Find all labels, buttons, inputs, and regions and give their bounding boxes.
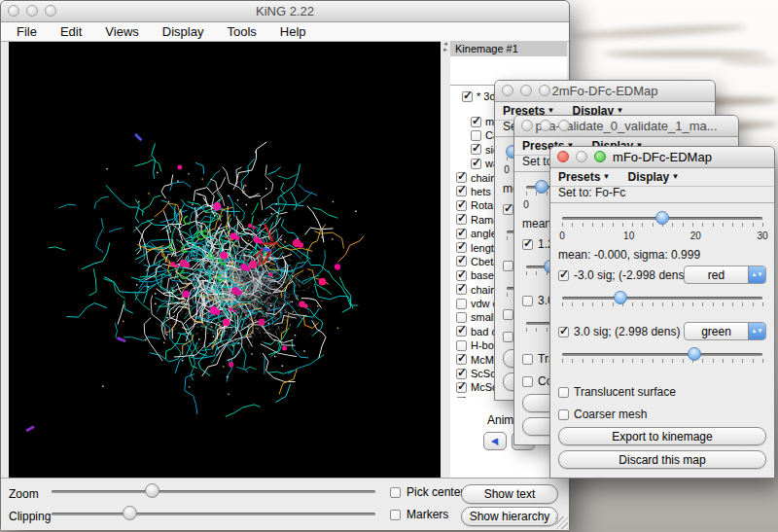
menu-display[interactable]: Display [151,22,216,41]
group-checkbox[interactable] [456,354,467,365]
main-titlebar[interactable]: KiNG 2.22 [1,1,569,22]
clipping-slider-track [52,513,375,515]
group-checkbox[interactable] [462,91,473,102]
close-button[interactable] [8,5,19,17]
edmap-window-mfo-dfc-edmap: mFo-DFc-EDMapPresets ▼Display ▼Set to: F… [549,146,775,479]
close-button[interactable] [502,85,513,96]
group-checkbox[interactable] [456,270,467,281]
toggle-checkbox[interactable] [558,387,569,398]
show-hierarchy-button[interactable]: Show hierarchy [461,507,558,526]
group-checkbox[interactable] [456,340,467,351]
level-1-slider[interactable] [562,291,762,306]
edmap-titlebar[interactable]: 2mFo-DFc-EDMap [495,81,715,102]
level-label: 3.0 sig; (2.998 dens) [574,325,680,338]
traffic-lights [502,85,550,96]
menu-help[interactable]: Help [268,22,318,41]
level-checkbox[interactable] [503,261,513,271]
mean-value: mean: -0.000, sigma: 0.999 [558,248,700,262]
traffic-lights [521,120,570,131]
menu-presets[interactable]: Presets ▼ [558,170,611,184]
molecule-canvas[interactable] [9,42,441,478]
pick-center-label: Pick center [407,485,464,499]
tick-label: 30 [757,231,767,241]
menu-edit[interactable]: Edit [49,22,93,41]
minimize-button[interactable] [576,151,587,162]
discard-this-map-button[interactable]: Discard this map [558,450,766,469]
menu-views[interactable]: Views [93,22,150,41]
toggle-coarser-mesh[interactable]: Coarser mesh [558,408,766,421]
level-checkbox[interactable] [558,270,569,281]
minimize-button[interactable] [520,85,532,96]
color-dropdown[interactable]: green▲▼ [684,322,766,340]
minimize-button[interactable] [26,5,38,17]
menu-file[interactable]: File [5,22,49,41]
zoom-window-button[interactable] [539,85,550,96]
zoom-slider[interactable] [52,483,375,499]
pick-center-checkbox[interactable] [390,487,401,498]
zoom-slider-track [52,490,375,493]
group-checkbox[interactable] [456,369,467,379]
toggle-checkbox[interactable] [503,332,513,342]
close-button[interactable] [521,120,533,131]
level-checkbox[interactable] [558,327,569,337]
kinemage-list-item[interactable]: Kinemage #1 [450,41,567,56]
slider-track [562,297,762,300]
menu-label: Display [628,170,670,184]
export-to-kinemage-button[interactable]: Export to kinemage [558,427,766,445]
level-checkbox[interactable] [522,296,533,306]
group-checkbox[interactable] [471,159,481,169]
group-label: hets [471,186,491,197]
group-checkbox[interactable] [456,382,467,393]
toggle-checkbox[interactable] [558,409,569,420]
group-checkbox[interactable] [471,130,481,141]
zoom-window-button[interactable] [594,151,606,162]
dropdown-stepper-icon: ▲▼ [748,323,765,339]
edmap-titlebar[interactable]: mFo-DFc-EDMap [550,147,774,168]
group-checkbox[interactable] [456,397,467,398]
level-checkbox[interactable] [503,204,513,215]
level-checkbox[interactable] [522,239,533,250]
separator [550,202,774,203]
group-checkbox[interactable] [456,312,467,323]
toggle-checkbox[interactable] [522,376,533,387]
group-checkbox[interactable] [456,284,467,295]
group-checkbox[interactable] [456,200,467,211]
minimize-button[interactable] [540,120,551,131]
toggle-checkbox[interactable] [522,354,533,365]
zoom-window-button[interactable] [45,5,56,17]
markers-checkbox[interactable] [390,510,401,520]
group-checkbox[interactable] [456,299,467,309]
level-2-slider[interactable] [562,347,762,363]
menu-label: Presets [558,170,600,184]
resize-grip[interactable] [555,516,568,529]
show-text-button[interactable]: Show text [461,484,558,504]
slider-tick-labels: 0102030 [562,231,762,240]
menu-display[interactable]: Display ▼ [628,170,680,184]
clipping-slider-thumb[interactable] [123,506,137,520]
close-button[interactable] [557,151,569,162]
group-checkbox[interactable] [456,242,467,253]
clipping-slider[interactable] [52,506,375,521]
group-checkbox[interactable] [456,229,467,239]
group-checkbox[interactable] [456,186,467,196]
group-checkbox[interactable] [471,144,481,155]
markers-label: Markers [407,508,448,521]
vertical-splitter[interactable]: ◂▸ [441,41,450,478]
edmap-titlebar[interactable]: pka-validate_0_validate_1_ma... [514,116,738,137]
slider-thumb[interactable] [688,347,701,361]
group-checkbox[interactable] [456,214,467,225]
level-range-slider[interactable] [562,211,762,227]
slider-thumb[interactable] [655,211,669,225]
group-checkbox[interactable] [471,117,481,127]
group-checkbox[interactable] [456,256,467,266]
menu-tools[interactable]: Tools [215,22,267,41]
color-dropdown[interactable]: red▲▼ [684,266,766,284]
group-checkbox[interactable] [456,326,467,337]
animate-prev-button[interactable]: ◀| [483,432,507,450]
zoom-slider-thumb[interactable] [145,483,159,498]
toggle-checkbox[interactable] [503,309,513,320]
group-checkbox[interactable] [456,172,467,183]
slider-thumb[interactable] [614,291,627,304]
toggle-translucent-surface[interactable]: Translucent surface [558,385,766,399]
zoom-window-button[interactable] [558,120,570,131]
